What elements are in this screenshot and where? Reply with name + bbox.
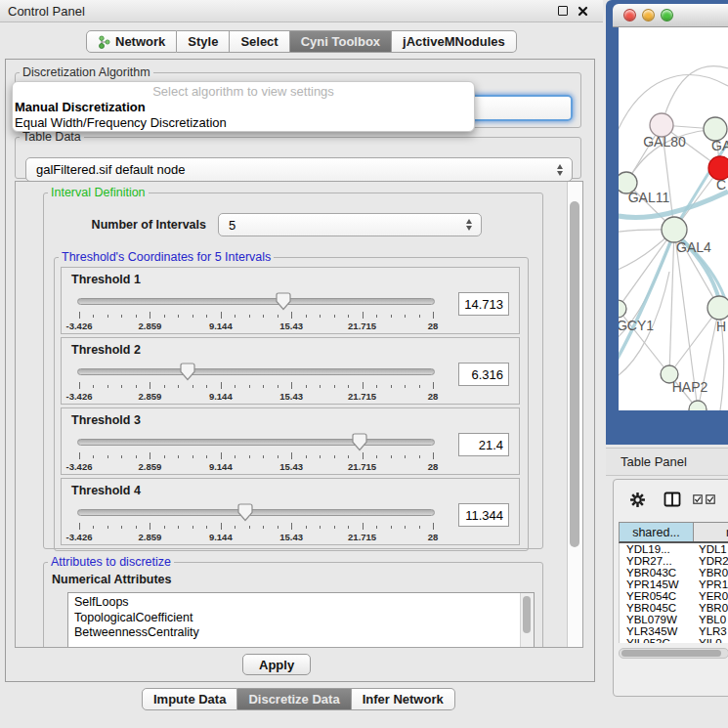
slider-tick [391,315,392,318]
settings-scrollbar-thumb[interactable] [570,201,579,547]
close-traffic-light[interactable] [623,9,636,21]
table-cell[interactable]: YBR043C [620,567,694,578]
table-row[interactable]: YBR043CYBR0 [620,567,728,578]
list-scrollbar-thumb[interactable] [523,596,531,633]
table-cell[interactable]: YLR345W [620,625,694,637]
slider-tick [291,523,292,530]
slider-thumb[interactable] [276,292,291,311]
table-cell[interactable]: YBL0 [694,614,728,625]
table-row[interactable]: YDR27...YDR2 [620,555,728,567]
slider-tick [291,452,292,459]
settings-scrollbar[interactable] [567,182,582,647]
table-row[interactable]: YDL19...YDL1 [620,543,728,555]
float-window-button[interactable] [556,4,570,18]
table-cell[interactable]: YDL1 [694,543,728,555]
threshold-slider[interactable]: -3.4262.8599.14415.4321.71528 [77,291,435,332]
table-cell[interactable]: YBL079W [620,614,694,625]
table-row[interactable]: YBL079WYBL0 [620,614,728,625]
slider-thumb[interactable] [352,433,367,451]
slider-thumb[interactable] [237,503,253,522]
algorithm-dropdown-popup: Select algorithm to view settings Manual… [12,81,475,132]
slider-tick [121,315,122,318]
table-hscrollbar-thumb[interactable] [621,650,721,657]
table-row[interactable]: YER054CYER0 [620,590,728,602]
slider-thumb[interactable] [180,363,195,381]
table-cell[interactable]: YER0 [694,590,728,602]
threshold-value-field[interactable] [458,433,509,456]
table-cell[interactable]: YDL19... [620,543,694,555]
column-header-name[interactable]: na [694,523,728,541]
gear-icon[interactable] [629,492,646,508]
tab-select[interactable]: Select [230,30,289,53]
threshold-value-field[interactable] [458,503,509,527]
list-scrollbar[interactable] [520,593,534,648]
tab-style[interactable]: Style [177,30,230,53]
close-panel-button[interactable] [576,4,589,18]
cyni-bottom-tabbar: Impute Data Discretize Data Infer Networ… [142,688,455,710]
table-cell[interactable]: YBR0 [694,602,728,614]
table-row[interactable]: YIL052CYIL0 [620,637,728,643]
threshold-slider[interactable]: -3.4262.8599.14415.4321.71528 [77,362,435,403]
apply-button[interactable]: Apply [242,654,311,675]
table-cell[interactable]: YBR045C [620,602,694,614]
slider-tick [419,315,420,318]
table-cell[interactable]: YPR145W [620,578,694,590]
columns-icon[interactable] [664,492,681,507]
tab-cyni-toolbox[interactable]: Cyni Toolbox [290,30,392,53]
tab-network[interactable]: Network [86,30,177,53]
screenshot-root: Control Panel Network [0,0,728,728]
slider-tick [79,382,80,389]
slider-track[interactable] [77,298,435,305]
table-row[interactable]: YLR345WYLR3 [620,625,728,637]
numerical-attributes-list[interactable]: SelfLoopsTopologicalCoefficientBetweenne… [67,592,535,648]
slider-track[interactable] [77,509,435,516]
slider-tick [235,315,236,318]
slider-tick [235,455,236,458]
number-of-intervals-combo[interactable]: 5 [218,213,482,236]
checkbox-icon-1[interactable] [693,494,703,504]
slider-tick [221,523,222,530]
table-row[interactable]: YBR045CYBR0 [620,602,728,614]
table-cell[interactable]: YIL052C [620,637,694,643]
threshold-slider[interactable]: -3.4262.8599.14415.4321.71528 [77,502,435,543]
network-node[interactable] [619,300,626,318]
network-node[interactable] [707,296,728,320]
attribute-list-item[interactable]: BetweennessCentrality [74,625,534,641]
zoom-traffic-light[interactable] [661,9,673,21]
threshold-value-field[interactable] [458,292,509,316]
table-cell[interactable]: YDR2 [694,555,728,567]
slider-tick [320,455,321,458]
table-cell[interactable]: YER054C [620,590,694,602]
slider-track[interactable] [77,368,435,375]
threshold-value-field[interactable] [458,363,509,386]
node-label: GAL80 [643,134,686,150]
table-row[interactable]: YPR145WYPR1 [620,578,728,590]
table-cell[interactable]: YIL0 [694,637,728,643]
threshold-slider[interactable]: -3.4262.8599.14415.4321.71528 [77,432,435,473]
slider-scale-label: -3.426 [66,321,93,331]
tab-jactivemnodules[interactable]: jActiveMNodules [392,30,517,53]
slider-tick [334,385,335,388]
node-label: GCY1 [619,318,654,333]
table-cell[interactable]: YPR1 [694,578,728,590]
minimize-traffic-light[interactable] [642,9,655,21]
algorithm-option-equal-width[interactable]: Equal Width/Frequency Discretization [13,115,474,131]
tab-discretize-data[interactable]: Discretize Data [237,688,351,710]
tab-impute-data[interactable]: Impute Data [142,688,237,710]
table-cell[interactable]: YLR3 [694,625,728,637]
slider-track[interactable] [77,439,435,446]
tab-infer-network[interactable]: Infer Network [352,688,455,710]
table-cell[interactable]: YDR27... [620,555,694,567]
table-hscrollbar[interactable] [619,648,728,659]
table-data-combo[interactable]: galFiltered.sif default node [25,157,573,182]
table-cell[interactable]: YBR0 [694,567,728,578]
slider-tick [433,452,434,459]
checkbox-icon-2[interactable] [706,494,715,504]
algorithm-option-manual[interactable]: Manual Discretization [13,100,474,115]
network-window-titlebar[interactable] [613,4,728,27]
tab-network-label: Network [115,34,165,49]
attribute-list-item[interactable]: TopologicalCoefficient [74,611,534,626]
column-header-shared-name[interactable]: shared... [620,523,694,541]
network-canvas[interactable]: GAL80GACGAL11GAL4GCY1HHAP2 [619,27,728,410]
attribute-list-item[interactable]: SelfLoops [74,595,534,611]
